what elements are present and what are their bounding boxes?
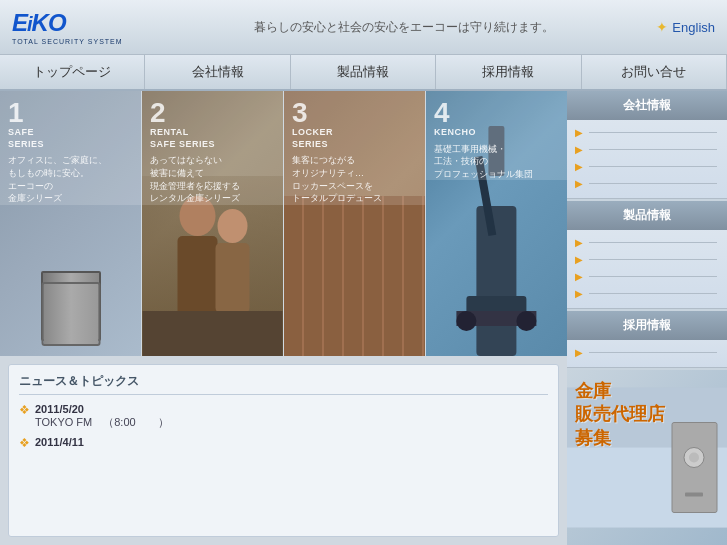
banner4-title: KENCHO: [434, 127, 559, 139]
svg-rect-4: [143, 311, 283, 356]
banner1-overlay: 1 SAFESERIES オフィスに、ご家庭に、もしもの時に安心。エーコーの金庫…: [0, 91, 141, 205]
sidebar-products-link-4[interactable]: ▶: [575, 285, 719, 302]
promo-text: 金庫 販売代理店 募集: [575, 380, 665, 450]
sidebar-company-link-4[interactable]: ▶: [575, 175, 719, 192]
arrow-icon-2: ▶: [575, 144, 583, 155]
banner3-number: 3: [292, 99, 417, 127]
header: EiKO TOTAL SECURITY SYSTEM 暮らしの安心と社会の安心を…: [0, 0, 727, 55]
arrow-icon-9: ▶: [575, 347, 583, 358]
banner-rental-safe[interactable]: 2 RENTALSAFE SERIES あってはならない被害に備えて現金管理者を…: [142, 91, 284, 356]
sidebar-company-link-1[interactable]: ▶: [575, 124, 719, 141]
sidebar-company-title: 会社情報: [567, 91, 727, 120]
news-item-2: ❖ 2011/4/11: [19, 436, 548, 450]
nav-contact[interactable]: お問い合せ: [582, 55, 727, 89]
banner1-title: SAFESERIES: [8, 127, 133, 150]
news-date-2: 2011/4/11: [35, 436, 84, 448]
hero-banners: 1 SAFESERIES オフィスに、ご家庭に、もしもの時に安心。エーコーの金庫…: [0, 91, 567, 356]
main-nav: トップページ 会社情報 製品情報 採用情報 お問い合せ: [0, 55, 727, 91]
news-bullet-2: ❖: [19, 436, 30, 450]
banner4-overlay: 4 KENCHO 基礎工事用機械・工法・技術のプロフェッショナル集団: [426, 91, 567, 180]
nav-top[interactable]: トップページ: [0, 55, 145, 89]
promo-line2: 販売代理店: [575, 403, 665, 426]
logo-subtitle: TOTAL SECURITY SYSTEM: [12, 38, 132, 45]
news-section: ニュース＆トピックス ❖ 2011/5/20 TOKYO FM （8:00 ） …: [8, 364, 559, 537]
svg-point-16: [689, 453, 699, 463]
banner2-number: 2: [150, 99, 275, 127]
banner2-overlay: 2 RENTALSAFE SERIES あってはならない被害に備えて現金管理者を…: [142, 91, 283, 205]
sidebar-products-links: ▶ ▶ ▶ ▶: [567, 230, 727, 308]
banner3-overlay: 3 LOCKERSERIES 集客につながるオリジナリティ…ロッカースペースをト…: [284, 91, 425, 205]
header-tagline: 暮らしの安心と社会の安心をエーコーは守り続けます。: [132, 19, 656, 36]
promo-box[interactable]: 金庫 販売代理店 募集: [567, 370, 727, 545]
arrow-icon-3: ▶: [575, 161, 583, 172]
sidebar-company-link-2[interactable]: ▶: [575, 141, 719, 158]
banner-kencho[interactable]: 4 KENCHO 基礎工事用機械・工法・技術のプロフェッショナル集団: [426, 91, 567, 356]
globe-icon: ✦: [656, 19, 668, 35]
svg-rect-3: [216, 243, 250, 313]
sidebar-company-section: 会社情報 ▶ ▶ ▶ ▶: [567, 91, 727, 199]
svg-point-11: [516, 311, 536, 331]
news-item-1: ❖ 2011/5/20 TOKYO FM （8:00 ）: [19, 403, 548, 430]
sidebar-products-link-2[interactable]: ▶: [575, 251, 719, 268]
nav-recruit[interactable]: 採用情報: [436, 55, 581, 89]
arrow-icon-1: ▶: [575, 127, 583, 138]
sidebar-products-link-1[interactable]: ▶: [575, 234, 719, 251]
nav-company[interactable]: 会社情報: [145, 55, 290, 89]
news-date-1: 2011/5/20: [35, 403, 169, 415]
sidebar-recruit-link-1[interactable]: ▶: [575, 344, 719, 361]
banner-safe-series[interactable]: 1 SAFESERIES オフィスに、ご家庭に、もしもの時に安心。エーコーの金庫…: [0, 91, 142, 356]
svg-rect-17: [685, 493, 703, 497]
language-label: English: [672, 20, 715, 35]
arrow-icon-7: ▶: [575, 271, 583, 282]
banner1-number: 1: [8, 99, 133, 127]
news-content-1: 2011/5/20 TOKYO FM （8:00 ）: [35, 403, 169, 430]
main-content: 1 SAFESERIES オフィスに、ご家庭に、もしもの時に安心。エーコーの金庫…: [0, 91, 727, 545]
sidebar-products-section: 製品情報 ▶ ▶ ▶ ▶: [567, 201, 727, 309]
banner3-title: LOCKERSERIES: [292, 127, 417, 150]
sidebar-recruit-section: 採用情報 ▶: [567, 311, 727, 368]
banner-locker-series[interactable]: 3 LOCKERSERIES 集客につながるオリジナリティ…ロッカースペースをト…: [284, 91, 426, 356]
banner4-text: 基礎工事用機械・工法・技術のプロフェッショナル集団: [434, 143, 559, 181]
logo-area: EiKO TOTAL SECURITY SYSTEM: [12, 9, 132, 45]
news-content-2: 2011/4/11: [35, 436, 84, 448]
news-text-1[interactable]: TOKYO FM （8:00 ）: [35, 415, 169, 430]
arrow-icon-6: ▶: [575, 254, 583, 265]
promo-line1: 金庫: [575, 380, 665, 403]
arrow-icon-8: ▶: [575, 288, 583, 299]
sidebar-recruit-links: ▶: [567, 340, 727, 367]
svg-rect-5: [476, 206, 516, 356]
language-switcher[interactable]: ✦ English: [656, 19, 715, 35]
arrow-icon-4: ▶: [575, 178, 583, 189]
banner2-text: あってはならない被害に備えて現金管理者を応援するレンタル金庫シリーズ: [150, 154, 275, 204]
sidebar-products-title: 製品情報: [567, 201, 727, 230]
svg-point-10: [456, 311, 476, 331]
promo-line3: 募集: [575, 427, 665, 450]
right-sidebar: 会社情報 ▶ ▶ ▶ ▶: [567, 91, 727, 545]
sidebar-products-link-3[interactable]: ▶: [575, 268, 719, 285]
banner4-number: 4: [434, 99, 559, 127]
arrow-icon-5: ▶: [575, 237, 583, 248]
news-title: ニュース＆トピックス: [19, 373, 548, 395]
news-bullet-1: ❖: [19, 403, 30, 417]
banner2-title: RENTALSAFE SERIES: [150, 127, 275, 150]
svg-point-2: [218, 209, 248, 243]
banner3-text: 集客につながるオリジナリティ…ロッカースペースをトータルプロデュース: [292, 154, 417, 204]
banner1-text: オフィスに、ご家庭に、もしもの時に安心。エーコーの金庫シリーズ: [8, 154, 133, 204]
sidebar-company-link-3[interactable]: ▶: [575, 158, 719, 175]
sidebar-recruit-title: 採用情報: [567, 311, 727, 340]
logo-brand: EiKO: [12, 9, 132, 37]
center-panel: 1 SAFESERIES オフィスに、ご家庭に、もしもの時に安心。エーコーの金庫…: [0, 91, 567, 545]
svg-rect-1: [178, 236, 218, 316]
sidebar-company-links: ▶ ▶ ▶ ▶: [567, 120, 727, 198]
nav-products[interactable]: 製品情報: [291, 55, 436, 89]
